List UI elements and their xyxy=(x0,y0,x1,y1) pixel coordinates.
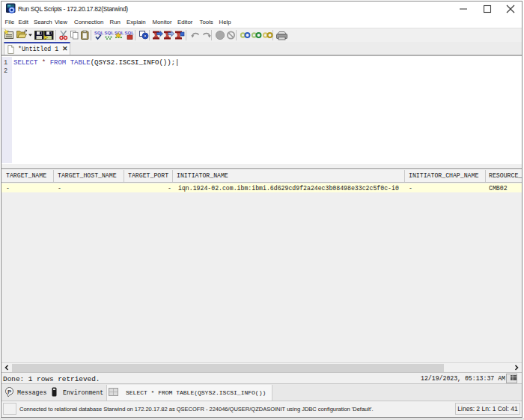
svg-text:SQL: SQL xyxy=(94,31,104,35)
svg-text:SQL: SQL xyxy=(125,31,135,35)
svg-text:SQL: SQL xyxy=(105,31,115,35)
svg-text:P: P xyxy=(7,389,12,395)
